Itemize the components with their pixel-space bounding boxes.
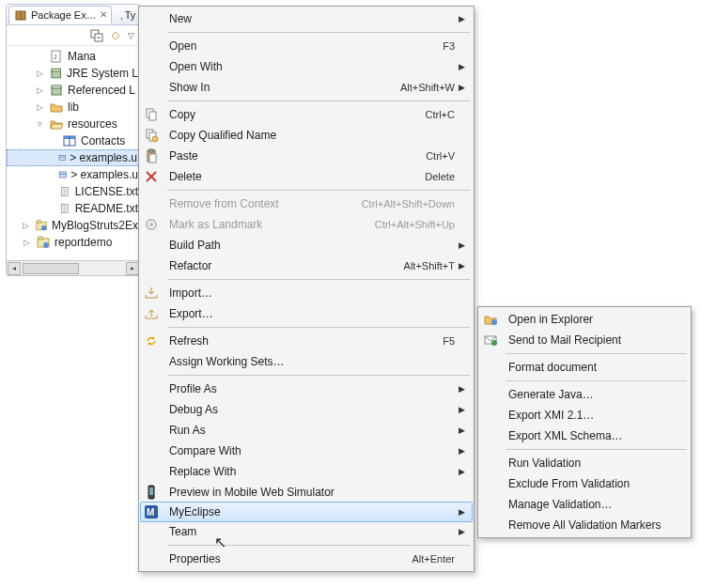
myeclipse-icon: M xyxy=(144,504,159,519)
tree-item[interactable]: ▷MyBlogStruts2Ex xyxy=(7,217,140,234)
menu-item[interactable]: Send to Mail Recipient xyxy=(480,330,689,350)
link-editor-icon[interactable] xyxy=(109,29,122,42)
menu-item[interactable]: Manage Validation… xyxy=(480,494,689,515)
menu-separator xyxy=(167,32,470,33)
menu-item[interactable]: RefactorAlt+Shift+T▶ xyxy=(141,255,472,276)
tree-twisty-icon[interactable]: ▷ xyxy=(22,238,32,247)
tree-item[interactable]: JMana xyxy=(7,48,140,65)
menu-item[interactable]: Exclude From Validation xyxy=(480,473,689,494)
menu-item[interactable]: Import… xyxy=(141,283,472,303)
tree-twisty-icon[interactable]: ▿ xyxy=(35,119,45,129)
tab-package-explorer[interactable]: Package Ex… ✕ xyxy=(8,6,112,24)
tree-item[interactable]: > examples.u xyxy=(7,149,140,166)
menu-item[interactable]: Build Path▶ xyxy=(141,235,472,255)
menu-item-label: Debug As xyxy=(163,403,355,416)
submenu-arrow-icon: ▶ xyxy=(459,14,470,23)
menu-item-label: Delete xyxy=(163,170,355,183)
menu-item[interactable]: Replace With▶ xyxy=(141,461,472,482)
menu-item[interactable]: Show InAlt+Shift+W▶ xyxy=(141,77,472,98)
menu-item[interactable]: Format document xyxy=(480,357,689,378)
package-icon xyxy=(13,8,28,23)
menu-item[interactable]: Team▶ xyxy=(141,521,472,542)
submenu-arrow-icon: ▶ xyxy=(459,507,470,517)
menu-item[interactable]: Run As▶ xyxy=(141,420,472,441)
horizontal-scrollbar[interactable]: ◂ ▸ xyxy=(7,260,140,275)
menu-item-icon-slot xyxy=(482,312,499,327)
menu-item[interactable]: Profile As▶ xyxy=(141,379,472,399)
svg-rect-36 xyxy=(149,112,156,120)
menu-item[interactable]: PropertiesAlt+Enter xyxy=(141,549,472,569)
menu-item[interactable]: PasteCtrl+V xyxy=(141,146,472,166)
menu-item[interactable]: New▶ xyxy=(141,8,472,29)
menu-item[interactable]: Run Validation xyxy=(480,453,689,473)
tree-item[interactable]: ▷lib xyxy=(7,99,140,116)
tree-twisty-icon[interactable]: ▷ xyxy=(35,69,45,78)
menu-item-label: Refresh xyxy=(163,334,355,348)
submenu-arrow-icon: ▶ xyxy=(459,405,470,414)
jar-icon xyxy=(49,83,64,98)
tree-item[interactable]: ▷Referenced L xyxy=(7,82,140,99)
submenu-arrow-icon: ▶ xyxy=(459,426,470,435)
myeclipse-submenu: Open in ExplorerSend to Mail RecipientFo… xyxy=(477,306,692,538)
menu-item[interactable]: Export XML Schema… xyxy=(480,426,689,446)
menu-item-icon-slot xyxy=(143,286,160,301)
menu-item[interactable]: Debug As▶ xyxy=(141,399,472,420)
tree-item[interactable]: ▷JRE System L xyxy=(7,65,140,82)
tree-twisty-icon[interactable]: ▷ xyxy=(35,102,45,112)
menu-item[interactable]: DeleteDelete xyxy=(141,166,472,187)
tree-item[interactable]: > examples.u xyxy=(7,166,140,183)
menu-item[interactable]: MMyEclipse▶ xyxy=(140,502,473,522)
tree-item[interactable]: README.txt xyxy=(7,200,140,217)
menu-item-icon-slot xyxy=(143,485,160,500)
menu-item-label: Copy Qualified Name xyxy=(163,129,355,142)
scroll-left-icon[interactable]: ◂ xyxy=(8,262,21,275)
folder-open-icon xyxy=(49,116,64,132)
tree-item[interactable]: ▿resources xyxy=(7,116,140,132)
tree-item-label: JRE System L xyxy=(67,67,138,80)
scroll-right-icon[interactable]: ▸ xyxy=(126,262,139,275)
menu-item: Remove from ContextCtrl+Alt+Shift+Down xyxy=(141,193,472,214)
tree-item[interactable]: LICENSE.txt xyxy=(7,183,140,200)
tree-item[interactable]: Contacts xyxy=(7,132,140,149)
menu-item-icon-slot xyxy=(482,408,499,423)
menu-item-shortcut: F5 xyxy=(355,335,459,347)
menu-item[interactable]: Preview in Mobile Web Simulator xyxy=(141,482,472,503)
proj-icon xyxy=(36,235,51,250)
menu-item[interactable]: CopyCtrl+C xyxy=(141,104,472,125)
explorer-icon xyxy=(483,312,498,327)
scroll-thumb[interactable] xyxy=(23,263,79,274)
menu-item-label: Build Path xyxy=(163,239,355,252)
menu-item[interactable]: Export XMI 2.1… xyxy=(480,405,689,426)
view-menu-icon[interactable]: ▽ xyxy=(128,31,134,40)
tab-type-hierarchy[interactable]: Type Hierar… xyxy=(116,6,140,24)
menu-item-shortcut: F3 xyxy=(355,40,459,52)
tree-twisty-icon[interactable]: ▷ xyxy=(22,221,31,230)
menu-item[interactable]: Open in Explorer xyxy=(480,309,689,330)
menu-item[interactable]: Copy Qualified Name xyxy=(141,125,472,146)
svg-rect-42 xyxy=(149,154,156,162)
menu-item-icon-slot xyxy=(482,497,499,512)
uml-icon xyxy=(58,167,68,182)
svg-point-46 xyxy=(149,223,153,226)
collapse-all-icon[interactable] xyxy=(90,29,103,42)
menu-item-icon-slot xyxy=(482,476,499,491)
tree-twisty-icon[interactable]: ▷ xyxy=(35,85,45,95)
menu-item[interactable]: Assign Working Sets… xyxy=(141,351,472,372)
menu-item[interactable]: Compare With▶ xyxy=(141,441,472,461)
menu-item[interactable]: Generate Java… xyxy=(480,384,689,405)
menu-item[interactable]: Remove All Validation Markers xyxy=(480,515,689,535)
menu-item-icon-slot xyxy=(143,11,160,26)
project-tree[interactable]: JMana▷JRE System L▷Referenced L▷lib▿reso… xyxy=(7,46,140,251)
tree-item-label: README.txt xyxy=(75,202,138,215)
tree-item-label: > examples.u xyxy=(70,151,137,164)
svg-text:M: M xyxy=(147,507,154,518)
svg-rect-17 xyxy=(59,155,65,160)
menu-item[interactable]: Open With▶ xyxy=(141,56,472,77)
close-icon[interactable]: ✕ xyxy=(100,9,107,20)
menu-item[interactable]: Export… xyxy=(141,303,472,324)
tree-item[interactable]: ▷reportdemo xyxy=(7,234,140,251)
menu-item[interactable]: RefreshF5 xyxy=(141,331,472,351)
scroll-track[interactable] xyxy=(21,263,126,274)
menu-item[interactable]: OpenF3 xyxy=(141,36,472,56)
menu-item-label: Exclude From Validation xyxy=(503,477,679,490)
